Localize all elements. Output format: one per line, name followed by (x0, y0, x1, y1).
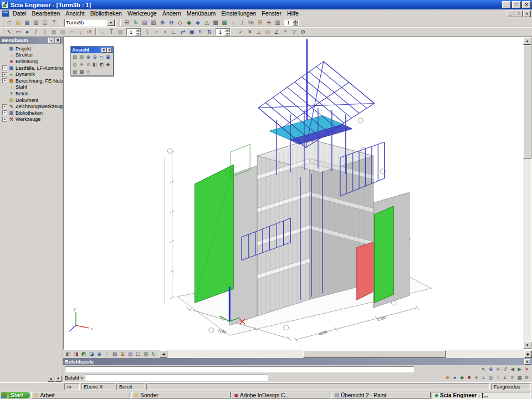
gallery-icon[interactable]: ▥ (273, 18, 282, 27)
zoom-out-icon[interactable]: ⊖ (91, 54, 98, 60)
line-tool-icon[interactable]: \ (143, 28, 152, 36)
hatch-icon[interactable]: ▨ (116, 28, 125, 36)
view-settings-icon[interactable]: ▥ (78, 54, 85, 60)
command-history[interactable] (65, 366, 414, 372)
expander-icon[interactable]: + (2, 117, 7, 122)
taskbar-item-scia-engineer[interactable]: ◆Scia Engineer - [... (432, 392, 531, 398)
slab-icon[interactable]: ▦ (49, 28, 58, 36)
structure-display-icon[interactable]: ▦ (220, 18, 229, 27)
snap-tangent-icon[interactable]: ○ (494, 374, 502, 381)
menu-item-fenster[interactable]: Fenster (259, 9, 284, 18)
start-button[interactable]: Start (1, 392, 30, 398)
sidebar-item-berechnung-fe-netz[interactable]: +▦Berechnung, FE-Netz (1, 78, 63, 84)
ansicht-dropdown-icon[interactable]: ▾ (101, 48, 106, 53)
cancel-icon[interactable]: ✕ (245, 28, 254, 36)
render-mode-icon[interactable]: ▩ (211, 18, 220, 27)
minimize-button[interactable]: _ (502, 1, 511, 8)
select-arrow-icon[interactable]: ↖ (480, 366, 487, 373)
taskbar-item-adobe-indesign-c[interactable]: ◼Adobe InDesign C... (232, 392, 331, 398)
top-view-icon[interactable]: ◩ (98, 61, 105, 68)
redraw-icon[interactable]: ↻ (150, 350, 157, 358)
expander-icon[interactable]: + (2, 65, 7, 70)
print-icon[interactable]: ▥ (32, 18, 40, 27)
toolbar-grip[interactable] (2, 19, 3, 26)
select-box-icon[interactable]: ▭ (14, 28, 23, 36)
node-icon[interactable]: ● (23, 28, 32, 36)
sidebar-scroll-down-icon[interactable]: ▼ (55, 376, 62, 382)
view-x-icon[interactable]: ◇ (176, 18, 185, 27)
pan-cmd-icon[interactable]: ✛ (494, 366, 502, 373)
ansicht-close-icon[interactable]: ✕ (107, 48, 112, 53)
sidebar-item-belastung[interactable]: ◆Belastung (1, 58, 63, 65)
save-view-icon[interactable]: ▦ (78, 68, 85, 75)
scale-spinner-3[interactable]: 1 ▲ ▼ (216, 28, 231, 35)
copy-image-icon[interactable]: ▨ (71, 68, 78, 75)
snap-intersection-icon[interactable]: ✛ (473, 374, 480, 381)
scale-spinner-2[interactable]: 1 ▲ ▼ (126, 28, 141, 35)
layers-icon[interactable]: ▤ (126, 350, 134, 358)
zoom-window-icon[interactable]: ▣ (105, 54, 111, 60)
circle-tool-icon[interactable]: ○ (152, 28, 161, 36)
sidebar-item-beton[interactable]: TBeton (1, 90, 63, 97)
help-icon[interactable]: ? (49, 18, 58, 27)
snap-endpoint-icon[interactable]: ■ (466, 374, 473, 381)
menu-item-einstellungen[interactable]: Einstellungen (218, 9, 259, 18)
pan-icon[interactable]: ✛ (78, 61, 85, 68)
text-tool-icon[interactable]: T (107, 28, 116, 36)
view-y-icon[interactable]: ◩ (80, 350, 88, 358)
combo-dropdown-icon[interactable]: ▾ (107, 19, 115, 26)
moment-load-icon[interactable]: ↺ (85, 28, 94, 36)
refresh-icon[interactable]: ↻ (131, 18, 140, 27)
command-input[interactable] (85, 375, 268, 381)
previous-cmd-icon[interactable]: ◀ (509, 366, 516, 373)
axo-view-icon[interactable]: ◧ (64, 350, 72, 358)
snap-midpoint-icon[interactable]: ◆ (458, 374, 466, 381)
view-z-icon[interactable]: ◈ (193, 18, 202, 27)
sidebar-item-struktur[interactable]: ⌂Struktur (1, 52, 63, 59)
accept-icon[interactable]: ✓ (237, 28, 245, 36)
zoom-in-icon[interactable]: ⊕ (158, 18, 167, 27)
taskbar-item-bersicht-2-paint[interactable]: ▨Übersicht 2 - Paint (331, 392, 431, 398)
rotate-cmd-icon[interactable]: ↺ (502, 366, 509, 373)
vertical-scrollbar-thumb[interactable] (523, 45, 531, 158)
zoom-icon[interactable]: ⊕ (95, 350, 103, 358)
sidebar-item-lastf-lle-lf-kombinationen[interactable]: +▦Lastfälle, LF-Kombinationen (1, 65, 63, 71)
labels-icon[interactable]: ▫ (103, 350, 111, 358)
horizontal-scrollbar[interactable]: ◀ ▶ (160, 350, 532, 358)
snap-node-icon[interactable]: ● (451, 374, 458, 381)
taskbar-item-sonder[interactable]: ▤Sonder (131, 392, 231, 398)
supports-display-icon[interactable]: ⊥ (238, 18, 247, 27)
menu-item-ansicht[interactable]: Ansicht (63, 9, 87, 18)
loads-display-icon[interactable]: ↓ (229, 18, 238, 27)
wireframe-icon[interactable]: ▤ (71, 54, 78, 60)
column-icon[interactable]: | (40, 28, 49, 36)
dimension-icon[interactable]: ↔ (98, 28, 107, 36)
point-load-icon[interactable]: ↓ (76, 28, 85, 36)
spinner-down-icon[interactable]: ▼ (135, 32, 141, 35)
layers-icon[interactable]: ▤ (140, 18, 149, 27)
beam-icon[interactable]: / (32, 28, 40, 36)
scroll-left-icon[interactable]: ◀ (160, 350, 167, 358)
mdi-minimize-button[interactable]: _ (507, 11, 514, 17)
next-cmd-icon[interactable]: ▶ (516, 366, 523, 373)
expander-icon[interactable]: + (2, 104, 7, 109)
rotate-icon[interactable]: ↻ (196, 28, 205, 36)
model-viewport[interactable]: 4100 4500 1500 (63, 37, 532, 350)
stop-cmd-icon[interactable]: ✕ (523, 366, 530, 373)
calculator-icon[interactable]: ⊞ (122, 18, 131, 27)
scroll-right-icon[interactable]: ▶ (524, 350, 532, 358)
select-cursor-icon[interactable]: ↖ (5, 28, 14, 36)
zoom-out-icon[interactable]: ⊖ (167, 18, 176, 27)
ansicht-floating-toolbar[interactable]: Ansicht ▾ ✕ ▤▥⊕⊖◻▣ ◎✛↺◧◩◆ ▨▦◇ (70, 46, 114, 76)
view-x-icon[interactable]: ◨ (72, 350, 80, 358)
project-combo-input[interactable] (65, 19, 107, 25)
sidebar-item-werkzeuge[interactable]: +⚒Werkzeuge (1, 116, 63, 123)
mirror-icon[interactable]: ⇅ (205, 28, 214, 36)
axo-view-icon[interactable]: ◆ (105, 61, 111, 68)
menu-item-bibliotheken[interactable]: Bibliotheken (88, 9, 125, 18)
mdi-close-button[interactable]: ✕ (523, 11, 531, 17)
opening-icon[interactable]: ▱ (67, 28, 76, 36)
ansicht-toolbar-header[interactable]: Ansicht ▾ ✕ (71, 47, 113, 53)
tracking-toggle-icon[interactable]: ≡ (509, 374, 516, 381)
perspective-icon[interactable]: ◇ (85, 68, 91, 75)
